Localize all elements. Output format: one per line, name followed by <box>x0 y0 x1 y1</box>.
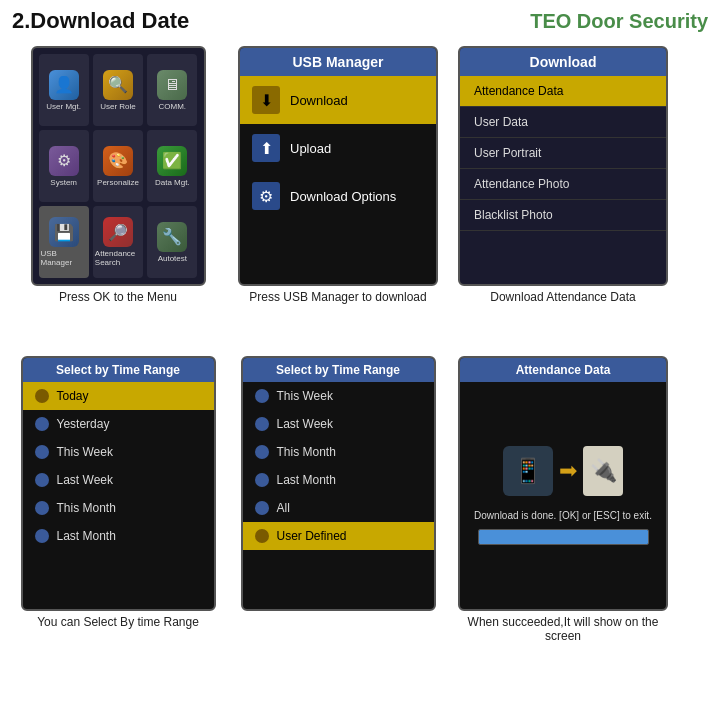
dl-attendance-data[interactable]: Attendance Data <box>460 76 666 107</box>
brand-title: TEO Door Security <box>530 10 708 33</box>
yesterday-dot <box>35 417 49 431</box>
dl-user-data[interactable]: User Data <box>460 107 666 138</box>
time2-all[interactable]: All <box>243 494 434 522</box>
t2-user-defined-dot <box>255 529 269 543</box>
icon-system[interactable]: ⚙ System <box>39 130 89 202</box>
icon-usb-manager[interactable]: 💾 USB Manager <box>39 206 89 278</box>
upload-icon: ⬆ <box>252 134 280 162</box>
time2-last-month[interactable]: Last Month <box>243 466 434 494</box>
time-yesterday[interactable]: Yesterday <box>23 410 214 438</box>
time-this-month[interactable]: This Month <box>23 494 214 522</box>
autotest-icon: 🔧 <box>157 222 187 252</box>
page-title: 2.Download Date <box>12 8 189 34</box>
panel-download-done: Attendance Data 📱 ➡ 🔌 Download is done. … <box>458 356 668 611</box>
device-icon: 📱 <box>503 446 553 496</box>
data-mgt-icon: ✅ <box>157 146 187 176</box>
t2-this-month-dot <box>255 445 269 459</box>
icon-comm[interactable]: 🖥 COMM. <box>147 54 197 126</box>
today-dot <box>35 389 49 403</box>
progress-bar <box>478 529 649 545</box>
time-this-week[interactable]: This Week <box>23 438 214 466</box>
cell-done: Attendance Data 📱 ➡ 🔌 Download is done. … <box>448 352 678 682</box>
cell-usb: USB Manager ⬇ Download ⬆ Upload ⚙ Downlo… <box>228 42 448 352</box>
time-last-week[interactable]: Last Week <box>23 466 214 494</box>
panel-time-range-1: Select by Time Range Today Yesterday Thi… <box>21 356 216 611</box>
cell-icons: 👤 User Mgt. 🔍 User Role 🖥 COMM. ⚙ System… <box>8 42 228 352</box>
caption-3: Download Attendance Data <box>486 290 639 304</box>
usb-download-options-item[interactable]: ⚙ Download Options <box>240 172 436 220</box>
this-week-dot <box>35 445 49 459</box>
time2-user-defined[interactable]: User Defined <box>243 522 434 550</box>
panel-time-range-2: Select by Time Range This Week Last Week… <box>241 356 436 611</box>
done-header: Attendance Data <box>460 358 666 382</box>
time-range-2-header: Select by Time Range <box>243 358 434 382</box>
caption-4: You can Select By time Range <box>33 615 203 629</box>
t2-this-week-dot <box>255 389 269 403</box>
t2-last-week-dot <box>255 417 269 431</box>
progress-fill <box>479 530 648 544</box>
done-body: 📱 ➡ 🔌 Download is done. [OK] or [ESC] to… <box>460 382 666 609</box>
dl-user-portrait[interactable]: User Portrait <box>460 138 666 169</box>
comm-icon: 🖥 <box>157 70 187 100</box>
cell-time1: Select by Time Range Today Yesterday Thi… <box>8 352 228 682</box>
this-month-dot <box>35 501 49 515</box>
time-last-month[interactable]: Last Month <box>23 522 214 550</box>
done-message: Download is done. [OK] or [ESC] to exit. <box>474 510 652 521</box>
system-icon: ⚙ <box>49 146 79 176</box>
icon-att-search[interactable]: 🔎 Attendance Search <box>93 206 143 278</box>
main-grid: 👤 User Mgt. 🔍 User Role 🖥 COMM. ⚙ System… <box>0 42 720 682</box>
panel-usb-manager: USB Manager ⬇ Download ⬆ Upload ⚙ Downlo… <box>238 46 438 286</box>
time-today[interactable]: Today <box>23 382 214 410</box>
dl-attendance-photo[interactable]: Attendance Photo <box>460 169 666 200</box>
header: 2.Download Date TEO Door Security <box>0 0 720 42</box>
user-role-icon: 🔍 <box>103 70 133 100</box>
t2-last-month-dot <box>255 473 269 487</box>
time2-this-week[interactable]: This Week <box>243 382 434 410</box>
usb-manager-header: USB Manager <box>240 48 436 76</box>
icon-user-role[interactable]: 🔍 User Role <box>93 54 143 126</box>
usb-download-item[interactable]: ⬇ Download <box>240 76 436 124</box>
panel-icon-grid: 👤 User Mgt. 🔍 User Role 🖥 COMM. ⚙ System… <box>31 46 206 286</box>
download-options-icon: ⚙ <box>252 182 280 210</box>
time2-this-month[interactable]: This Month <box>243 438 434 466</box>
usb-drive-icon: 🔌 <box>583 446 623 496</box>
caption-6: When succeeded,It will show on the scree… <box>456 615 670 643</box>
dl-blacklist-photo[interactable]: Blacklist Photo <box>460 200 666 231</box>
attendance-search-icon: 🔎 <box>103 217 133 247</box>
time-range-1-header: Select by Time Range <box>23 358 214 382</box>
usb-manager-icon: 💾 <box>49 217 79 247</box>
caption-2: Press USB Manager to download <box>245 290 430 304</box>
icon-data-mgt[interactable]: ✅ Data Mgt. <box>147 130 197 202</box>
icon-personalize[interactable]: 🎨 Personalize <box>93 130 143 202</box>
cell-time2: Select by Time Range This Week Last Week… <box>228 352 448 682</box>
icon-user-mgt[interactable]: 👤 User Mgt. <box>39 54 89 126</box>
user-mgt-icon: 👤 <box>49 70 79 100</box>
download-icon: ⬇ <box>252 86 280 114</box>
usb-upload-item[interactable]: ⬆ Upload <box>240 124 436 172</box>
personalize-icon: 🎨 <box>103 146 133 176</box>
last-week-dot <box>35 473 49 487</box>
time2-last-week[interactable]: Last Week <box>243 410 434 438</box>
last-month-dot <box>35 529 49 543</box>
arrow-icon: ➡ <box>559 458 577 484</box>
done-icons-row: 📱 ➡ 🔌 <box>503 446 623 496</box>
icon-autotest[interactable]: 🔧 Autotest <box>147 206 197 278</box>
panel-download-menu: Download Attendance Data User Data User … <box>458 46 668 286</box>
download-header: Download <box>460 48 666 76</box>
cell-download: Download Attendance Data User Data User … <box>448 42 678 352</box>
caption-1: Press OK to the Menu <box>55 290 181 304</box>
t2-all-dot <box>255 501 269 515</box>
